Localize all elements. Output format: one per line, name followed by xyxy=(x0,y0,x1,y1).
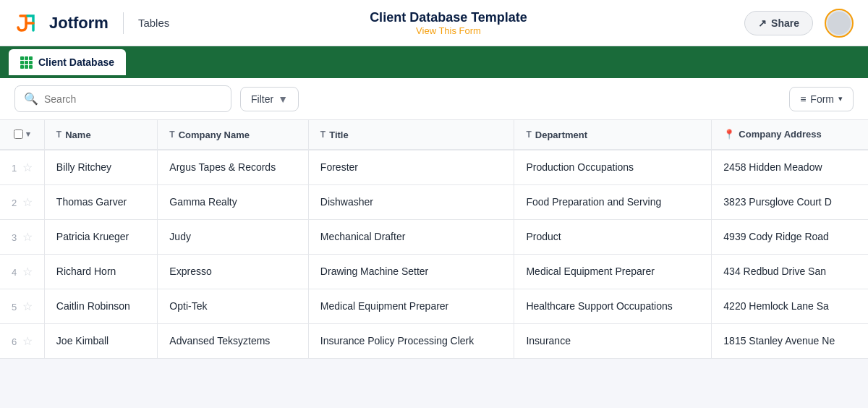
table-row: 1 ☆ Billy Ritchey Argus Tapes & Records … xyxy=(0,150,868,185)
table-row: 3 ☆ Patricia Krueger Judy Mechanical Dra… xyxy=(0,219,868,254)
text-type-icon: T xyxy=(526,129,531,140)
table-row: 5 ☆ Caitlin Robinson Opti-Tek Medical Eq… xyxy=(0,289,868,323)
cell-address: 3823 Pursglove Court D xyxy=(712,184,868,219)
text-type-icon: T xyxy=(56,129,61,140)
row-num-label: 5 xyxy=(12,302,17,313)
row-num-label: 1 xyxy=(12,163,17,174)
filter-label: Filter xyxy=(251,93,273,105)
cell-name: Richard Horn xyxy=(44,254,157,289)
tab-bar: Client Database xyxy=(0,46,868,78)
row-number: 3 ☆ xyxy=(0,219,44,254)
th-name: T Name xyxy=(44,120,157,150)
filter-icon: ▼ xyxy=(278,93,288,105)
text-type-icon: T xyxy=(320,129,326,140)
cell-department: Medical Equipment Preparer xyxy=(514,254,712,289)
form-button[interactable]: ≡ Form ▾ xyxy=(789,87,854,111)
cell-company: Gamma Realty xyxy=(158,184,309,219)
share-icon: ↗ xyxy=(758,17,767,29)
cell-department: Insurance xyxy=(514,323,712,358)
avatar[interactable] xyxy=(825,9,854,38)
logo-text: Jotform xyxy=(49,14,109,33)
grid-icon xyxy=(20,56,33,69)
toolbar: 🔍 Filter ▼ ≡ Form ▾ xyxy=(0,78,868,120)
cell-company: Advansed Teksyztems xyxy=(158,323,309,358)
cell-address: 2458 Hidden Meadow xyxy=(712,150,868,185)
row-num-label: 6 xyxy=(12,336,17,347)
form-label: Form xyxy=(810,93,834,105)
th-checkbox: ▾ xyxy=(0,120,44,150)
table-container: ▾ T Name T Company Name xyxy=(0,120,868,359)
row-num-label: 2 xyxy=(12,197,17,208)
cell-address: 1815 Stanley Avenue Ne xyxy=(712,323,868,358)
toolbar-right: ≡ Form ▾ xyxy=(789,87,854,111)
star-button[interactable]: ☆ xyxy=(22,300,33,313)
cell-department: Healthcare Support Occupations xyxy=(514,289,712,323)
select-all-checkbox[interactable] xyxy=(14,129,23,139)
client-table: ▾ T Name T Company Name xyxy=(0,120,868,359)
text-type-icon: T xyxy=(169,129,174,140)
row-number: 4 ☆ xyxy=(0,254,44,289)
row-num-label: 3 xyxy=(12,232,17,243)
form-icon: ≡ xyxy=(800,93,806,105)
chevron-down-icon: ▾ xyxy=(838,94,843,103)
header-right: ↗ Share xyxy=(723,9,854,38)
cell-title: Drawing Machine Setter xyxy=(308,254,514,289)
cell-title: Mechanical Drafter xyxy=(308,219,514,254)
avatar-image xyxy=(827,12,851,35)
filter-button[interactable]: Filter ▼ xyxy=(240,87,299,111)
jotform-logo-icon xyxy=(14,10,41,36)
cell-department: Food Preparation and Serving xyxy=(514,184,712,219)
header-divider xyxy=(123,12,124,34)
share-label: Share xyxy=(771,17,799,29)
star-button[interactable]: ☆ xyxy=(22,196,33,208)
cell-department: Product xyxy=(514,219,712,254)
table-row: 6 ☆ Joe Kimball Advansed Teksyztems Insu… xyxy=(0,323,868,358)
row-number: 1 ☆ xyxy=(0,150,44,185)
cell-company: Opti-Tek xyxy=(158,289,309,323)
chevron-down-icon[interactable]: ▾ xyxy=(26,129,30,139)
cell-department: Production Occupations xyxy=(514,150,712,185)
star-button[interactable]: ☆ xyxy=(22,265,33,278)
th-department: T Department xyxy=(514,120,712,150)
th-title: T Title xyxy=(308,120,514,150)
row-number: 6 ☆ xyxy=(0,323,44,358)
row-number: 5 ☆ xyxy=(0,289,44,323)
cell-name: Caitlin Robinson xyxy=(44,289,157,323)
cell-name: Billy Ritchey xyxy=(44,150,157,185)
search-input[interactable] xyxy=(44,93,222,105)
cell-title: Medical Equipment Preparer xyxy=(308,289,514,323)
table-body: 1 ☆ Billy Ritchey Argus Tapes & Records … xyxy=(0,150,868,359)
table-row: 4 ☆ Richard Horn Expresso Drawing Machin… xyxy=(0,254,868,289)
row-number: 2 ☆ xyxy=(0,184,44,219)
cell-address: 434 Redbud Drive San xyxy=(712,254,868,289)
star-button[interactable]: ☆ xyxy=(22,231,33,243)
cell-title: Dishwasher xyxy=(308,184,514,219)
header: Jotform Tables Client Database Template … xyxy=(0,0,868,46)
cell-name: Joe Kimball xyxy=(44,323,157,358)
cell-name: Patricia Krueger xyxy=(44,219,157,254)
star-button[interactable]: ☆ xyxy=(22,335,33,347)
cell-address: 4939 Cody Ridge Road xyxy=(712,219,868,254)
cell-title: Insurance Policy Processing Clerk xyxy=(308,323,514,358)
star-button[interactable]: ☆ xyxy=(22,161,33,174)
row-num-label: 4 xyxy=(12,267,17,278)
cell-company: Argus Tapes & Records xyxy=(158,150,309,185)
page-title: Client Database Template xyxy=(370,10,527,25)
search-box[interactable]: 🔍 xyxy=(14,85,231,112)
header-center: Client Database Template View This Form xyxy=(174,10,723,36)
cell-title: Forester xyxy=(308,150,514,185)
cell-company: Expresso xyxy=(158,254,309,289)
table-row: 2 ☆ Thomas Garver Gamma Realty Dishwashe… xyxy=(0,184,868,219)
view-form-link[interactable]: View This Form xyxy=(416,25,481,36)
cell-address: 4220 Hemlock Lane Sa xyxy=(712,289,868,323)
tab-client-database[interactable]: Client Database xyxy=(9,49,126,75)
pin-icon: 📍 xyxy=(723,129,735,140)
tab-label: Client Database xyxy=(38,56,114,68)
th-company-name: T Company Name xyxy=(158,120,309,150)
share-button[interactable]: ↗ Share xyxy=(744,11,813,35)
table-header-row: ▾ T Name T Company Name xyxy=(0,120,868,150)
cell-company: Judy xyxy=(158,219,309,254)
cell-name: Thomas Garver xyxy=(44,184,157,219)
search-icon: 🔍 xyxy=(24,92,38,106)
th-address: 📍 Company Address xyxy=(712,120,868,150)
